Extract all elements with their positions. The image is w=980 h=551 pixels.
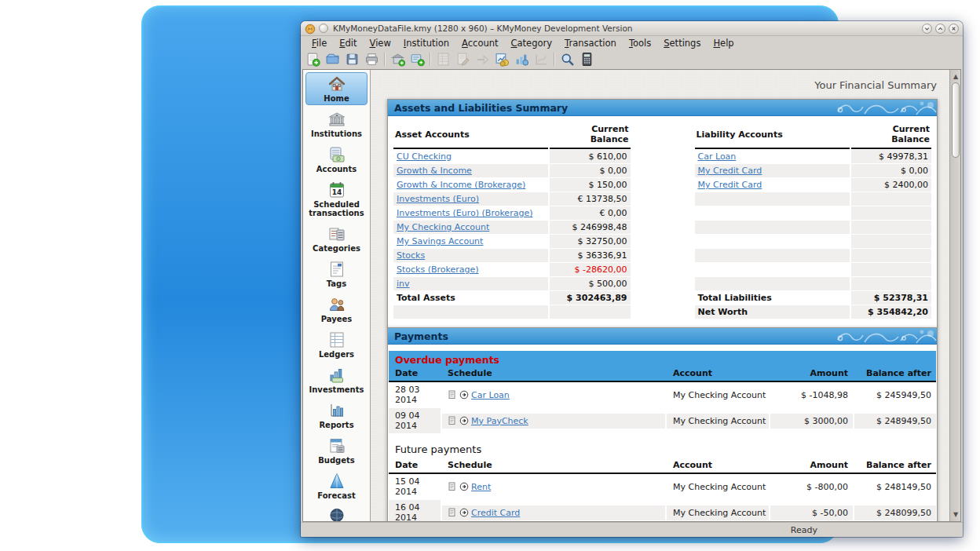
edit-schedule-icon[interactable] — [448, 482, 457, 491]
account-link[interactable]: Stocks — [397, 250, 425, 261]
print-icon[interactable] — [363, 51, 380, 68]
account-name-cell: Investments (Euro) (Brokerage) — [393, 206, 548, 220]
edit-schedule-icon[interactable] — [448, 508, 457, 517]
sidebar-item-outbox[interactable]: Outbox — [305, 505, 368, 521]
overdue-payments-title: Overdue payments — [389, 353, 936, 367]
sidebar-item-label: Home — [306, 94, 367, 103]
menu-category[interactable]: Category — [505, 37, 559, 49]
edit-schedule-icon[interactable] — [448, 390, 457, 400]
sidebar-item-forecast[interactable]: Forecast — [305, 469, 368, 502]
schedule-link[interactable]: Car Loan — [471, 390, 510, 400]
edit-schedule-icon[interactable] — [448, 416, 457, 425]
scrollbar-thumb[interactable] — [952, 82, 960, 158]
enter-schedule-icon[interactable] — [459, 390, 469, 400]
calculator-icon[interactable] — [578, 51, 595, 68]
account-balance-cell: $ 150,00 — [550, 178, 630, 192]
sidebar-item-tags[interactable]: Tags — [305, 257, 368, 290]
asset-row: Total Assets$ 302463,89 — [393, 291, 631, 305]
sidebar-item-home[interactable]: Home — [305, 72, 368, 105]
window-menu-button[interactable] — [319, 24, 328, 33]
menu-file[interactable]: File — [305, 37, 333, 49]
account-link[interactable]: Growth & Income (Brokerage) — [397, 180, 525, 190]
enter-schedule-icon[interactable] — [459, 482, 469, 491]
find-transaction-icon[interactable] — [558, 51, 576, 68]
menu-account[interactable]: Account — [455, 37, 504, 49]
window-title: KMyMoneyDataFile.kmy (1280 x 960) – KMyM… — [333, 24, 922, 33]
sidebar-item-ledgers[interactable]: Ledgers — [305, 328, 368, 361]
liability-row — [695, 206, 932, 220]
investments-icon — [306, 366, 367, 385]
schedule-link[interactable]: Rent — [471, 482, 491, 492]
sidebar-item-categories[interactable]: Categories — [305, 222, 368, 255]
close-button[interactable] — [949, 24, 959, 34]
menu-tools[interactable]: Tools — [623, 37, 657, 49]
sidebar-item-payees[interactable]: Payees — [305, 293, 368, 326]
payment-date-cell: 16 04 2014 — [389, 500, 441, 521]
sidebar-item-investments[interactable]: Investments — [305, 363, 368, 396]
account-name-cell: Total Liabilities — [695, 291, 850, 305]
report-chart-icon[interactable] — [493, 51, 510, 68]
menu-institution[interactable]: Institution — [397, 37, 455, 49]
account-name-cell: inv — [393, 277, 548, 290]
sidebar-item-scheduled[interactable]: 14Scheduled transactions — [305, 178, 368, 220]
asset-row: Investments (Euro) (Brokerage)€ 0,00 — [393, 206, 631, 220]
main-area: HomeInstitutionsAccounts14Scheduled tran… — [302, 69, 961, 522]
account-balance-cell — [851, 192, 931, 206]
account-link[interactable]: My Checking Account — [397, 222, 489, 232]
account-name-cell: Investments (Euro) — [393, 192, 548, 206]
account-link[interactable]: My Savings Account — [397, 236, 483, 246]
account-link[interactable]: Stocks (Brokerage) — [397, 265, 479, 275]
scroll-down-arrow[interactable]: ▼ — [950, 509, 961, 520]
future-payments-rows: 15 04 2014RentMy Checking Account$ -800,… — [389, 474, 936, 521]
menu-help[interactable]: Help — [707, 37, 740, 49]
vertical-scrollbar[interactable]: ▲ ▼ — [949, 70, 960, 521]
assets-liabilities-title: Assets and Liabilities Summary — [394, 102, 568, 114]
account-name-cell — [695, 235, 850, 248]
account-link[interactable]: Car Loan — [698, 151, 737, 162]
sidebar-item-label: Tags — [306, 279, 367, 288]
liability-row — [695, 192, 932, 206]
new-account-icon[interactable] — [408, 51, 426, 68]
schedule-link[interactable]: Credit Card — [471, 508, 520, 518]
scroll-up-arrow[interactable]: ▲ — [950, 71, 961, 82]
menu-settings[interactable]: Settings — [657, 37, 707, 49]
minimize-button[interactable] — [922, 24, 932, 34]
assets-liabilities-header: Assets and Liabilities Summary — [388, 100, 937, 116]
scheduled-transactions-icon: 14 — [306, 181, 367, 199]
account-balance-cell: $ 610,00 — [550, 150, 630, 163]
account-link[interactable]: My Credit Card — [698, 180, 762, 190]
enter-schedule-icon[interactable] — [459, 416, 469, 425]
sidebar-item-reports[interactable]: Reports — [305, 399, 368, 432]
status-message: Ready — [791, 525, 817, 535]
schedule-link[interactable]: My PayCheck — [471, 416, 528, 426]
menu-transaction[interactable]: Transaction — [558, 37, 623, 49]
account-balance-cell: € 0,00 — [550, 206, 630, 220]
forecast-icon — [306, 472, 367, 491]
account-link[interactable]: Growth & Income — [397, 166, 472, 176]
account-link[interactable]: Investments (Euro) (Brokerage) — [397, 208, 532, 218]
outbox-icon — [306, 507, 367, 521]
menu-edit[interactable]: Edit — [333, 37, 363, 49]
statusbar: Ready — [301, 522, 963, 537]
kmymoney-app-icon — [305, 23, 316, 34]
account-name-cell: Car Loan — [695, 150, 850, 163]
sidebar-item-label: Investments — [306, 385, 367, 394]
account-link[interactable]: inv — [397, 279, 410, 289]
menu-view[interactable]: View — [364, 37, 397, 49]
account-link[interactable]: My Credit Card — [698, 166, 762, 176]
payments-body: Overdue payments DateScheduleAccountAmou… — [388, 345, 937, 521]
open-file-icon[interactable] — [324, 51, 341, 68]
account-name-cell — [695, 263, 850, 276]
enter-schedule-icon[interactable] — [459, 508, 469, 517]
account-link[interactable]: Investments (Euro) — [397, 194, 479, 204]
maximize-button[interactable] — [935, 24, 945, 34]
payee-report-icon[interactable] — [513, 51, 530, 68]
sidebar-item-budgets[interactable]: Budgets — [305, 434, 368, 467]
account-link[interactable]: CU Checking — [397, 151, 452, 162]
new-institution-icon[interactable] — [389, 51, 406, 68]
save-icon[interactable] — [343, 51, 360, 68]
new-file-icon[interactable] — [304, 51, 321, 68]
sidebar-item-accounts[interactable]: Accounts — [305, 143, 368, 176]
asset-row: My Savings Account$ 32750,00 — [393, 235, 631, 248]
sidebar-item-institutions[interactable]: Institutions — [305, 108, 368, 140]
